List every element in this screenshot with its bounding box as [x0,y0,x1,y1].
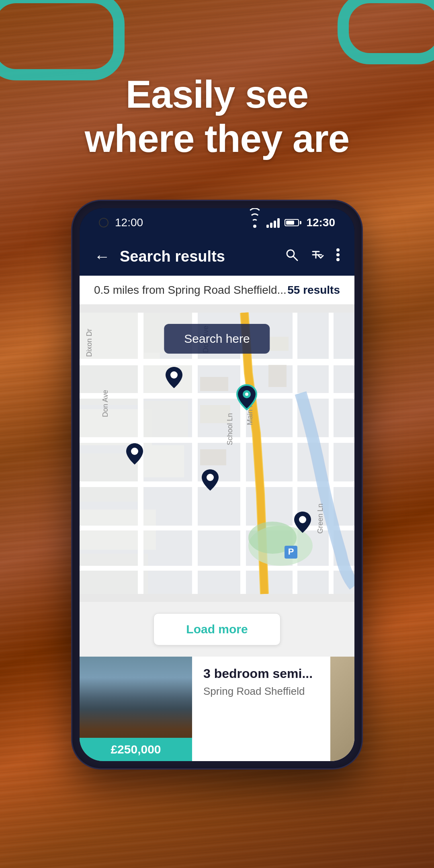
property-location: Spring Road Sheffield [203,685,319,698]
camera-dot [99,218,108,227]
page-title: Search results [120,248,275,265]
signal-bar-3 [274,221,276,228]
svg-rect-36 [268,337,289,351]
svg-rect-23 [80,526,354,530]
svg-rect-33 [200,377,228,391]
map-pin-1[interactable] [164,365,184,389]
svg-rect-26 [192,313,198,594]
signal-bar-1 [266,225,269,228]
load-more-button[interactable]: Load more [154,613,280,645]
status-bar-right: 12:30 [248,216,335,229]
results-count: 55 results [287,284,340,297]
more-options-button[interactable] [336,248,340,266]
glasses-right-lens [338,0,434,64]
phone-screen: 12:00 [80,208,354,761]
search-button[interactable] [285,248,299,266]
battery-fill [286,221,294,225]
svg-text:Green Ln: Green Ln [316,504,324,534]
svg-rect-14 [80,554,148,594]
headline-text: Easily see where they are [0,72,434,161]
svg-rect-17 [144,401,188,437]
svg-point-50 [207,474,214,481]
search-location: 0.5 miles from Spring Road Sheffield... [94,284,287,297]
phone-outer-frame: 12:00 [72,201,362,768]
svg-rect-37 [268,365,287,387]
property-info: 3 bedroom semi... Spring Road Sheffield [192,657,330,761]
map-pin-3[interactable] [200,467,220,491]
svg-line-1 [293,256,297,260]
svg-rect-18 [144,445,184,477]
search-summary-bar: 0.5 miles from Spring Road Sheffield... … [80,276,354,305]
map-container[interactable]: Dixon Dr Don Ave Don Ave School Ln Main … [80,305,354,602]
phone-mockup: 12:00 [72,201,362,768]
svg-point-7 [336,258,340,261]
status-time-right: 12:30 [306,216,335,229]
svg-rect-19 [80,359,354,365]
search-here-button[interactable]: Search here [164,324,270,354]
map-pin-4[interactable] [293,510,313,534]
headline-section: Easily see where they are [0,72,434,161]
status-time-left: 12:00 [115,216,143,229]
property-listing[interactable]: £250,000 3 bedroom semi... Spring Road S… [80,657,354,761]
status-bar: 12:00 [80,208,354,237]
svg-text:School Ln: School Ln [226,413,234,445]
svg-rect-24 [80,566,354,571]
svg-point-5 [336,248,340,252]
svg-text:P: P [288,547,294,557]
property-image: £250,000 [80,657,192,761]
glasses-left-lens [0,0,125,80]
signal-bar-4 [277,218,280,228]
battery-body [285,219,299,226]
svg-point-48 [245,393,248,396]
svg-point-6 [336,253,340,256]
back-button[interactable]: ← [94,248,110,264]
battery-icon [285,219,301,226]
map-pin-2[interactable] [125,441,145,465]
map-pin-active[interactable] [235,383,258,410]
svg-point-46 [170,371,178,379]
svg-text:Don Ave: Don Ave [101,390,109,417]
signal-bar-2 [270,223,272,228]
sort-button[interactable] [310,248,325,266]
svg-rect-10 [80,365,140,405]
load-more-section: Load more [80,602,354,657]
app-header: ← Search results [80,237,354,276]
property-title: 3 bedroom semi... [203,666,319,681]
svg-point-49 [131,448,138,455]
svg-rect-29 [329,313,334,594]
property-image-right-peek [330,657,354,761]
status-bar-left: 12:00 [99,216,143,229]
svg-rect-20 [80,393,354,399]
wifi-arc-small [252,219,258,225]
signal-icon [266,217,280,228]
header-icons [285,248,340,266]
wifi-icon [248,217,262,228]
svg-rect-35 [200,449,226,465]
svg-text:Dixon Dr: Dixon Dr [85,329,93,357]
price-badge: £250,000 [80,738,192,761]
battery-tip [300,221,301,224]
svg-point-51 [299,516,306,523]
